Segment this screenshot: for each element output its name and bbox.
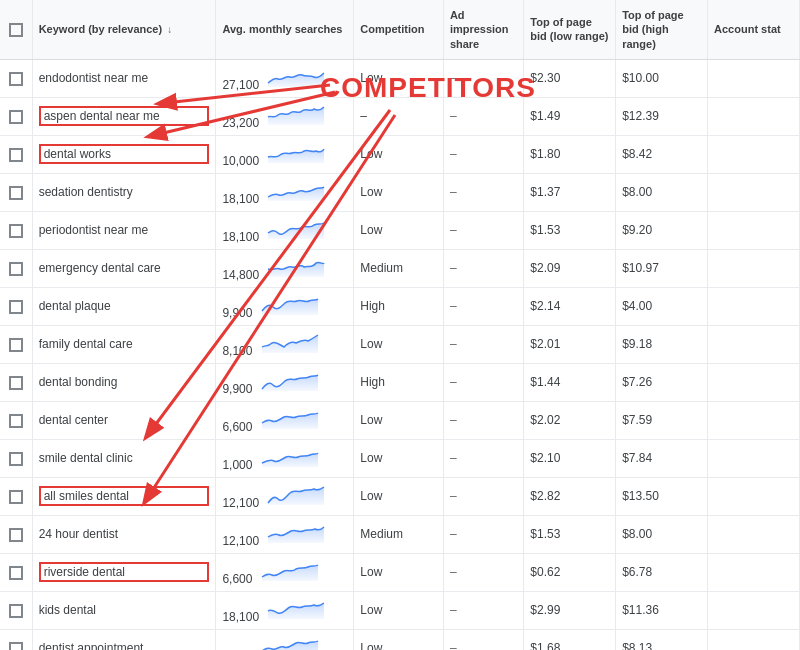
table-header-row: Keyword (by relevance) ↓ Avg. monthly se… <box>0 0 800 59</box>
row-keyword: aspen dental near me <box>32 97 216 135</box>
row-checkbox[interactable] <box>9 490 23 504</box>
row-competition: High <box>354 363 444 401</box>
row-checkbox[interactable] <box>9 376 23 390</box>
row-checkbox-cell[interactable] <box>0 135 32 173</box>
ad-impression-value: – <box>450 413 457 427</box>
monthly-value: 1,000 <box>222 458 252 472</box>
bid-low-value: $2.02 <box>530 413 560 427</box>
keyword-text: emergency dental care <box>39 261 161 275</box>
row-account <box>708 363 800 401</box>
row-competition: Low <box>354 173 444 211</box>
header-keyword[interactable]: Keyword (by relevance) ↓ <box>32 0 216 59</box>
row-ad-impression: – <box>443 629 523 650</box>
competition-value: Medium <box>360 261 403 275</box>
row-checkbox-cell[interactable] <box>0 249 32 287</box>
ad-impression-value: – <box>450 223 457 237</box>
competition-value: Low <box>360 565 382 579</box>
row-keyword: emergency dental care <box>32 249 216 287</box>
row-monthly: 23,200 <box>216 97 354 135</box>
keyword-text: periodontist near me <box>39 223 148 237</box>
keyword-text: dentist appointment <box>39 641 144 650</box>
row-checkbox[interactable] <box>9 300 23 314</box>
row-checkbox-cell[interactable] <box>0 401 32 439</box>
row-monthly: 14,800 <box>216 249 354 287</box>
ad-impression-value: – <box>450 603 457 617</box>
row-keyword: dental center <box>32 401 216 439</box>
bid-low-value: $1.53 <box>530 527 560 541</box>
row-checkbox-cell[interactable] <box>0 629 32 650</box>
row-checkbox-cell[interactable] <box>0 591 32 629</box>
keyword-text: dental bonding <box>39 375 118 389</box>
row-checkbox-cell[interactable] <box>0 553 32 591</box>
row-monthly: 12,100 <box>216 477 354 515</box>
row-checkbox-cell[interactable] <box>0 173 32 211</box>
header-account[interactable]: Account stat <box>708 0 800 59</box>
bid-high-value: $7.26 <box>622 375 652 389</box>
row-ad-impression: – <box>443 173 523 211</box>
table-row: dental works 10,000 Low – $1.80 <box>0 135 800 173</box>
header-checkbox-col[interactable] <box>0 0 32 59</box>
monthly-value: 23,200 <box>222 116 259 130</box>
row-competition: Low <box>354 211 444 249</box>
header-checkbox[interactable] <box>9 23 23 37</box>
row-checkbox-cell[interactable] <box>0 97 32 135</box>
table-row: aspen dental near me 23,200 – – $1.49 <box>0 97 800 135</box>
row-checkbox-cell[interactable] <box>0 287 32 325</box>
row-account <box>708 553 800 591</box>
row-checkbox[interactable] <box>9 262 23 276</box>
row-bid-high: $10.00 <box>616 59 708 97</box>
monthly-value: 8,100 <box>222 344 252 358</box>
header-bid-low[interactable]: Top of page bid (low range) <box>524 0 616 59</box>
row-checkbox[interactable] <box>9 452 23 466</box>
row-checkbox-cell[interactable] <box>0 211 32 249</box>
row-monthly: 8,100 <box>216 325 354 363</box>
row-checkbox[interactable] <box>9 110 23 124</box>
monthly-value: 12,100 <box>222 534 259 548</box>
row-checkbox[interactable] <box>9 338 23 352</box>
sparkline-chart <box>266 483 326 507</box>
row-checkbox[interactable] <box>9 148 23 162</box>
row-bid-low: $0.62 <box>524 553 616 591</box>
row-checkbox[interactable] <box>9 414 23 428</box>
row-bid-high: $4.00 <box>616 287 708 325</box>
bid-low-value: $0.62 <box>530 565 560 579</box>
monthly-value: 18,100 <box>222 192 259 206</box>
ad-impression-value: – <box>450 337 457 351</box>
header-competition[interactable]: Competition <box>354 0 444 59</box>
row-checkbox-cell[interactable] <box>0 363 32 401</box>
row-checkbox[interactable] <box>9 224 23 238</box>
row-bid-low: $2.99 <box>524 591 616 629</box>
row-checkbox-cell[interactable] <box>0 59 32 97</box>
table-row: sedation dentistry 18,100 Low – $1.37 <box>0 173 800 211</box>
row-checkbox[interactable] <box>9 186 23 200</box>
row-checkbox[interactable] <box>9 72 23 86</box>
competition-value: Low <box>360 71 382 85</box>
row-bid-low: $1.68 <box>524 629 616 650</box>
header-monthly[interactable]: Avg. monthly searches <box>216 0 354 59</box>
row-checkbox[interactable] <box>9 642 23 650</box>
row-checkbox-cell[interactable] <box>0 515 32 553</box>
table-row: dental bonding 9,900 High – $1.44 <box>0 363 800 401</box>
ad-impression-value: – <box>450 375 457 389</box>
sparkline-chart <box>260 293 320 317</box>
row-checkbox-cell[interactable] <box>0 477 32 515</box>
row-bid-high: $9.18 <box>616 325 708 363</box>
row-bid-low: $2.01 <box>524 325 616 363</box>
row-checkbox-cell[interactable] <box>0 439 32 477</box>
table-row: kids dental 18,100 Low – $2.99 <box>0 591 800 629</box>
bid-low-value: $2.09 <box>530 261 560 275</box>
sparkline-chart <box>266 521 326 545</box>
row-bid-high: $8.42 <box>616 135 708 173</box>
header-bid-high[interactable]: Top of page bid (high range) <box>616 0 708 59</box>
row-bid-high: $8.00 <box>616 173 708 211</box>
row-checkbox[interactable] <box>9 604 23 618</box>
row-account <box>708 173 800 211</box>
row-account <box>708 325 800 363</box>
row-checkbox[interactable] <box>9 566 23 580</box>
row-checkbox[interactable] <box>9 528 23 542</box>
row-checkbox-cell[interactable] <box>0 325 32 363</box>
row-ad-impression: – <box>443 401 523 439</box>
row-bid-high: $7.59 <box>616 401 708 439</box>
sparkline-chart <box>260 635 320 650</box>
header-ad-impression[interactable]: Ad impression share <box>443 0 523 59</box>
